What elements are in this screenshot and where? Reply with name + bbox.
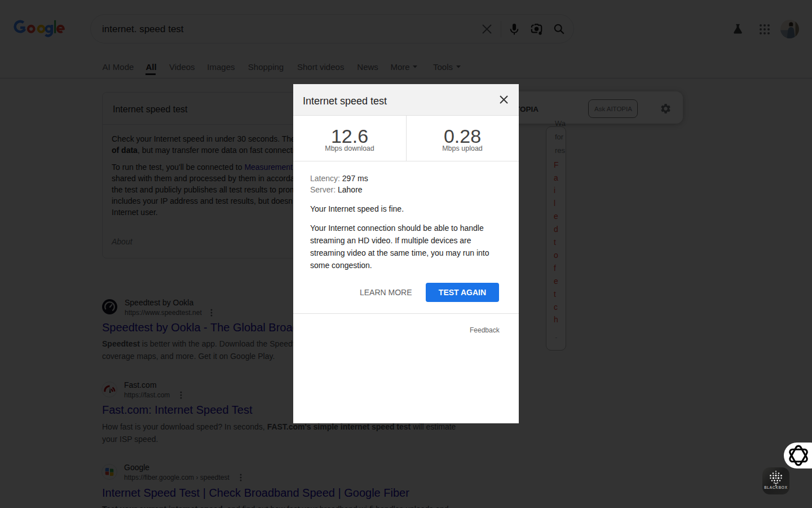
svg-text:BLACKBOX: BLACKBOX xyxy=(764,485,788,489)
